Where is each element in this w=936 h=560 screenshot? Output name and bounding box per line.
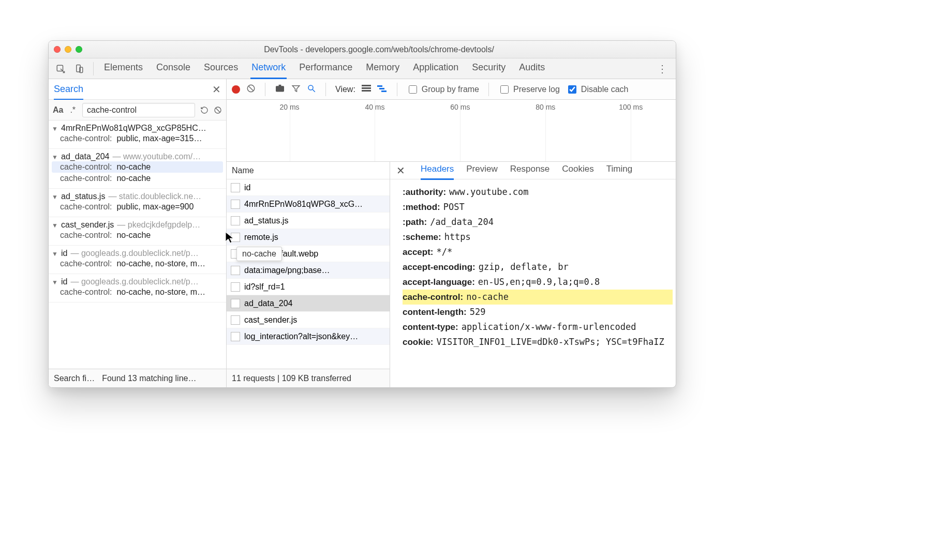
request-row[interactable]: log_interaction?alt=json&key… [227,328,390,345]
header-row[interactable]: content-length:529 [403,305,673,320]
request-row[interactable]: remote.js [227,229,390,246]
tab-security[interactable]: Security [471,59,507,78]
close-icon[interactable]: ✕ [212,83,221,96]
details-tab-preview[interactable]: Preview [466,162,497,178]
file-type-icon [231,332,240,341]
zoom-window-button[interactable] [76,46,82,53]
header-row[interactable]: accept-language:en-US,en;q=0.9,la;q=0.8 [403,275,673,290]
search-result-line[interactable]: cache-control: no-cache, no-store, m… [52,286,223,298]
search-result-group[interactable]: ▼id — googleads.g.doubleclick.net/p…cach… [49,246,226,274]
header-row[interactable]: :authority:www.youtube.com [403,185,673,200]
screenshots-icon[interactable] [275,84,285,95]
headers-pane[interactable]: :authority:www.youtube.com:method:POST:p… [390,179,676,387]
search-result-line[interactable]: cache-control: no-cache [52,161,223,173]
search-result-group[interactable]: ▼ad_data_204 — www.youtube.com/…cache-co… [49,149,226,189]
request-row[interactable]: data:image/png;base… [227,262,390,279]
group-by-frame-checkbox[interactable]: Group by frame [407,84,479,95]
search-result-line[interactable]: cache-control: no-cache [52,173,223,184]
clear-icon[interactable] [214,104,222,116]
devtools-window: DevTools - developers.google.com/web/too… [48,40,676,388]
preserve-log-checkbox[interactable]: Preserve log [498,84,560,95]
file-type-icon [231,200,240,209]
request-details: ✕ HeadersPreviewResponseCookiesTiming :a… [390,162,676,387]
request-name: remote.js [244,233,278,242]
request-name: data:image/png;base… [244,266,330,275]
search-drawer: Search ✕ Aa .* ▼4mrRnEPnWo81qWPG8_xcGP85… [49,79,227,387]
request-row[interactable]: ad_status.js [227,213,390,229]
tab-performance[interactable]: Performance [298,59,353,78]
request-list-footer: 11 requests | 109 KB transferred [227,369,390,387]
search-result-group[interactable]: ▼4mrRnEPnWo81qWPG8_xcGP85HC… cache-contr… [49,120,226,149]
panel-tabs-row: ElementsConsoleSourcesNetworkPerformance… [49,58,676,79]
tab-audits[interactable]: Audits [518,59,546,78]
details-tab-response[interactable]: Response [510,162,550,178]
search-status-left: Search fi… [54,374,95,383]
details-tab-cookies[interactable]: Cookies [562,162,593,178]
close-details-icon[interactable]: ✕ [396,164,405,177]
view-label: View: [335,85,355,94]
svg-rect-13 [381,90,387,92]
svg-point-7 [308,85,313,90]
search-result-group[interactable]: ▼cast_sender.js — pkedcjkdefgpdelp…cache… [49,217,226,246]
timeline-overview[interactable]: 20 ms40 ms60 ms80 ms100 ms [227,100,676,162]
search-tab[interactable]: Search [54,84,83,100]
refresh-icon[interactable] [200,104,209,116]
header-row[interactable]: accept:*/* [403,245,673,260]
timeline-tick: 40 ms [365,103,384,111]
search-icon[interactable] [307,84,316,95]
svg-rect-9 [362,87,371,89]
tab-network[interactable]: Network [250,59,287,79]
minimize-window-button[interactable] [65,46,71,53]
header-row[interactable]: :method:POST [403,200,673,215]
request-name: id?slf_rd=1 [244,282,285,292]
request-name: log_interaction?alt=json&key… [244,332,358,341]
search-results[interactable]: ▼4mrRnEPnWo81qWPG8_xcGP85HC… cache-contr… [49,120,226,369]
request-name: ad_data_204 [244,299,292,308]
details-tab-timing[interactable]: Timing [606,162,632,178]
search-result-group[interactable]: ▼id — googleads.g.doubleclick.net/p…cach… [49,274,226,302]
titlebar: DevTools - developers.google.com/web/too… [49,41,676,58]
search-result-line[interactable]: cache-control: public, max-age=900 [52,201,223,213]
header-row[interactable]: accept-encoding:gzip, deflate, br [403,260,673,275]
request-list: Name id4mrRnEPnWo81qWPG8_xcG…ad_status.j… [227,162,390,387]
header-row[interactable]: :scheme:https [403,230,673,245]
disable-cache-checkbox[interactable]: Disable cach [566,84,629,95]
tab-memory[interactable]: Memory [365,59,400,78]
tab-sources[interactable]: Sources [203,59,239,78]
tab-console[interactable]: Console [155,59,191,78]
header-row[interactable]: cache-control:no-cache [403,290,673,305]
record-button[interactable] [232,85,240,94]
close-window-button[interactable] [54,46,61,53]
request-row[interactable]: id?slf_rd=1 [227,279,390,295]
view-waterfall-icon[interactable] [377,85,388,94]
search-result-line[interactable]: cache-control: no-cache, no-store, m… [52,258,223,269]
tab-application[interactable]: Application [412,59,459,78]
inspect-element-icon[interactable] [53,61,68,77]
search-input[interactable] [82,103,195,117]
clear-log-icon[interactable] [246,84,256,95]
request-list-header[interactable]: Name [227,162,390,179]
details-tab-headers[interactable]: Headers [421,162,454,180]
separator [397,83,397,96]
device-toolbar-icon[interactable] [71,61,87,77]
search-result-line[interactable]: cache-control: no-cache [52,230,223,241]
header-row[interactable]: content-type:application/x-www-form-urle… [403,320,673,335]
timeline-tick: 80 ms [536,103,555,111]
more-options-icon[interactable]: ⋮ [653,63,672,75]
request-row[interactable]: cast_sender.js [227,312,390,328]
header-row[interactable]: cookie:VISITOR_INFO1_LIVE=dDk0-xTswPs; Y… [403,335,673,350]
tab-elements[interactable]: Elements [103,59,144,78]
view-large-rows-icon[interactable] [362,85,371,94]
request-row[interactable]: ad_data_204 [227,295,390,312]
file-type-icon [231,299,240,308]
request-list-body[interactable]: id4mrRnEPnWo81qWPG8_xcG…ad_status.jsremo… [227,179,390,369]
match-case-toggle[interactable]: Aa [53,105,63,115]
search-result-group[interactable]: ▼ad_status.js — static.doubleclick.ne…ca… [49,189,226,217]
search-result-line[interactable]: cache-control: public, max-age=315… [52,133,223,144]
filter-icon[interactable] [291,84,301,95]
request-row[interactable]: id [227,179,390,196]
regex-toggle[interactable]: .* [68,105,77,115]
details-tabs: ✕ HeadersPreviewResponseCookiesTiming [390,162,676,179]
request-row[interactable]: 4mrRnEPnWo81qWPG8_xcG… [227,196,390,213]
header-row[interactable]: :path:/ad_data_204 [403,215,673,230]
